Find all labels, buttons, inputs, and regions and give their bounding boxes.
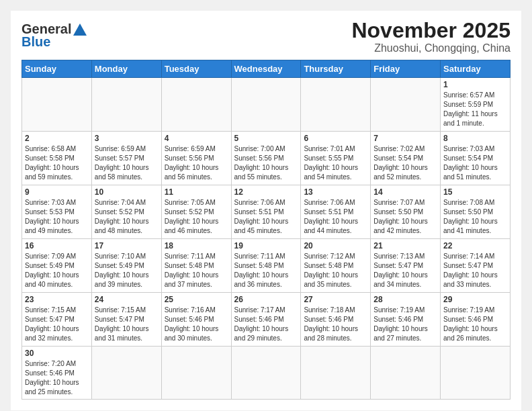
day-info: Sunrise: 7:11 AMSunset: 5:48 PMDaylight:… bbox=[234, 252, 298, 289]
day-number: 18 bbox=[165, 241, 228, 250]
day-info: Sunrise: 7:03 AMSunset: 5:54 PMDaylight:… bbox=[443, 144, 507, 182]
day-info: Sunrise: 7:18 AMSunset: 5:46 PMDaylight:… bbox=[304, 306, 367, 343]
calendar-cell: 10Sunrise: 7:04 AMSunset: 5:52 PMDayligh… bbox=[91, 185, 161, 239]
day-info: Sunrise: 7:19 AMSunset: 5:46 PMDaylight:… bbox=[373, 306, 437, 343]
day-number: 3 bbox=[95, 134, 159, 143]
calendar-cell: 16Sunrise: 7:09 AMSunset: 5:49 PMDayligh… bbox=[22, 239, 92, 293]
day-info: Sunrise: 7:03 AMSunset: 5:53 PMDaylight:… bbox=[25, 198, 89, 236]
day-number: 15 bbox=[443, 187, 507, 197]
calendar-cell bbox=[371, 347, 441, 400]
day-number: 16 bbox=[25, 241, 89, 250]
weekday-header-sunday: Sunday bbox=[22, 60, 92, 78]
day-info: Sunrise: 7:00 AMSunset: 5:56 PMDaylight:… bbox=[234, 144, 298, 182]
day-number: 22 bbox=[443, 241, 507, 250]
calendar-cell: 17Sunrise: 7:10 AMSunset: 5:49 PMDayligh… bbox=[91, 239, 161, 293]
location-text: Zhuoshui, Chongqing, China bbox=[351, 42, 511, 54]
day-number: 23 bbox=[25, 295, 89, 304]
weekday-header-row: SundayMondayTuesdayWednesdayThursdayFrid… bbox=[22, 60, 511, 78]
calendar-cell: 4Sunrise: 6:59 AMSunset: 5:56 PMDaylight… bbox=[161, 132, 231, 185]
calendar-week-row: 2Sunrise: 6:58 AMSunset: 5:58 PMDaylight… bbox=[22, 132, 511, 185]
logo-blue-text: Blue bbox=[21, 34, 50, 50]
day-number: 7 bbox=[373, 134, 437, 143]
day-info: Sunrise: 7:09 AMSunset: 5:49 PMDaylight:… bbox=[25, 252, 89, 289]
day-number: 8 bbox=[443, 134, 507, 143]
calendar-week-row: 30Sunrise: 7:20 AMSunset: 5:46 PMDayligh… bbox=[22, 347, 511, 400]
weekday-header-thursday: Thursday bbox=[301, 60, 371, 78]
day-number: 10 bbox=[95, 187, 159, 197]
day-number: 19 bbox=[234, 241, 298, 250]
day-info: Sunrise: 6:59 AMSunset: 5:57 PMDaylight:… bbox=[95, 144, 159, 182]
calendar-cell: 5Sunrise: 7:00 AMSunset: 5:56 PMDaylight… bbox=[231, 132, 301, 185]
calendar-cell: 21Sunrise: 7:13 AMSunset: 5:47 PMDayligh… bbox=[371, 239, 441, 293]
calendar-cell: 27Sunrise: 7:18 AMSunset: 5:46 PMDayligh… bbox=[301, 293, 371, 347]
day-info: Sunrise: 7:06 AMSunset: 5:51 PMDaylight:… bbox=[234, 198, 298, 236]
calendar-cell: 11Sunrise: 7:05 AMSunset: 5:52 PMDayligh… bbox=[161, 185, 231, 239]
weekday-header-saturday: Saturday bbox=[441, 60, 511, 78]
weekday-header-tuesday: Tuesday bbox=[161, 60, 231, 78]
day-number: 17 bbox=[95, 241, 159, 250]
day-info: Sunrise: 7:19 AMSunset: 5:46 PMDaylight:… bbox=[443, 306, 507, 343]
calendar-cell bbox=[22, 78, 92, 132]
calendar-cell bbox=[371, 78, 441, 132]
day-info: Sunrise: 7:17 AMSunset: 5:46 PMDaylight:… bbox=[234, 306, 298, 343]
calendar-cell bbox=[301, 78, 371, 132]
day-number: 21 bbox=[373, 241, 437, 250]
day-info: Sunrise: 7:16 AMSunset: 5:46 PMDaylight:… bbox=[165, 306, 228, 343]
calendar-cell: 12Sunrise: 7:06 AMSunset: 5:51 PMDayligh… bbox=[231, 185, 301, 239]
day-number: 5 bbox=[234, 134, 298, 143]
day-number: 4 bbox=[165, 134, 228, 143]
day-number: 2 bbox=[25, 134, 89, 143]
calendar-cell: 2Sunrise: 6:58 AMSunset: 5:58 PMDaylight… bbox=[22, 132, 92, 185]
weekday-header-monday: Monday bbox=[91, 60, 161, 78]
day-info: Sunrise: 6:57 AMSunset: 5:59 PMDaylight:… bbox=[443, 91, 507, 128]
calendar-container: General Blue November 2025 Zhuoshui, Cho… bbox=[11, 11, 521, 410]
day-info: Sunrise: 7:04 AMSunset: 5:52 PMDaylight:… bbox=[95, 198, 159, 236]
day-number: 6 bbox=[304, 134, 367, 143]
calendar-cell: 29Sunrise: 7:19 AMSunset: 5:46 PMDayligh… bbox=[441, 293, 511, 347]
day-info: Sunrise: 7:08 AMSunset: 5:50 PMDaylight:… bbox=[443, 198, 507, 236]
day-number: 14 bbox=[373, 187, 437, 197]
day-number: 25 bbox=[165, 295, 228, 304]
logo-triangle-icon bbox=[71, 22, 87, 37]
calendar-table: SundayMondayTuesdayWednesdayThursdayFrid… bbox=[21, 60, 511, 400]
day-info: Sunrise: 7:14 AMSunset: 5:47 PMDaylight:… bbox=[443, 252, 507, 289]
calendar-cell: 15Sunrise: 7:08 AMSunset: 5:50 PMDayligh… bbox=[441, 185, 511, 239]
calendar-cell: 20Sunrise: 7:12 AMSunset: 5:48 PMDayligh… bbox=[301, 239, 371, 293]
calendar-cell bbox=[91, 347, 161, 400]
day-info: Sunrise: 7:20 AMSunset: 5:46 PMDaylight:… bbox=[25, 359, 89, 397]
svg-marker-0 bbox=[73, 24, 87, 36]
day-number: 28 bbox=[373, 295, 437, 304]
day-info: Sunrise: 6:58 AMSunset: 5:58 PMDaylight:… bbox=[25, 144, 89, 182]
calendar-cell: 28Sunrise: 7:19 AMSunset: 5:46 PMDayligh… bbox=[371, 293, 441, 347]
day-info: Sunrise: 7:05 AMSunset: 5:52 PMDaylight:… bbox=[165, 198, 228, 236]
day-number: 1 bbox=[443, 80, 507, 89]
day-info: Sunrise: 7:15 AMSunset: 5:47 PMDaylight:… bbox=[95, 306, 159, 343]
calendar-cell: 1Sunrise: 6:57 AMSunset: 5:59 PMDaylight… bbox=[441, 78, 511, 132]
calendar-cell bbox=[441, 347, 511, 400]
calendar-cell: 19Sunrise: 7:11 AMSunset: 5:48 PMDayligh… bbox=[231, 239, 301, 293]
day-number: 29 bbox=[443, 295, 507, 304]
day-info: Sunrise: 7:13 AMSunset: 5:47 PMDaylight:… bbox=[373, 252, 437, 289]
calendar-cell: 22Sunrise: 7:14 AMSunset: 5:47 PMDayligh… bbox=[441, 239, 511, 293]
day-info: Sunrise: 7:02 AMSunset: 5:54 PMDaylight:… bbox=[373, 144, 437, 182]
weekday-header-wednesday: Wednesday bbox=[231, 60, 301, 78]
day-number: 11 bbox=[165, 187, 228, 197]
day-info: Sunrise: 7:10 AMSunset: 5:49 PMDaylight:… bbox=[95, 252, 159, 289]
calendar-cell: 26Sunrise: 7:17 AMSunset: 5:46 PMDayligh… bbox=[231, 293, 301, 347]
calendar-cell bbox=[231, 78, 301, 132]
calendar-cell bbox=[231, 347, 301, 400]
day-info: Sunrise: 6:59 AMSunset: 5:56 PMDaylight:… bbox=[165, 144, 228, 182]
calendar-cell bbox=[91, 78, 161, 132]
calendar-cell bbox=[301, 347, 371, 400]
day-number: 26 bbox=[234, 295, 298, 304]
calendar-cell: 25Sunrise: 7:16 AMSunset: 5:46 PMDayligh… bbox=[161, 293, 231, 347]
calendar-cell: 9Sunrise: 7:03 AMSunset: 5:53 PMDaylight… bbox=[22, 185, 92, 239]
calendar-week-row: 9Sunrise: 7:03 AMSunset: 5:53 PMDaylight… bbox=[22, 185, 511, 239]
calendar-cell bbox=[161, 78, 231, 132]
day-number: 20 bbox=[304, 241, 367, 250]
day-info: Sunrise: 7:07 AMSunset: 5:50 PMDaylight:… bbox=[373, 198, 437, 236]
calendar-header: General Blue November 2025 Zhuoshui, Cho… bbox=[21, 19, 511, 54]
calendar-cell: 23Sunrise: 7:15 AMSunset: 5:47 PMDayligh… bbox=[22, 293, 92, 347]
calendar-cell: 24Sunrise: 7:15 AMSunset: 5:47 PMDayligh… bbox=[91, 293, 161, 347]
weekday-header-friday: Friday bbox=[371, 60, 441, 78]
